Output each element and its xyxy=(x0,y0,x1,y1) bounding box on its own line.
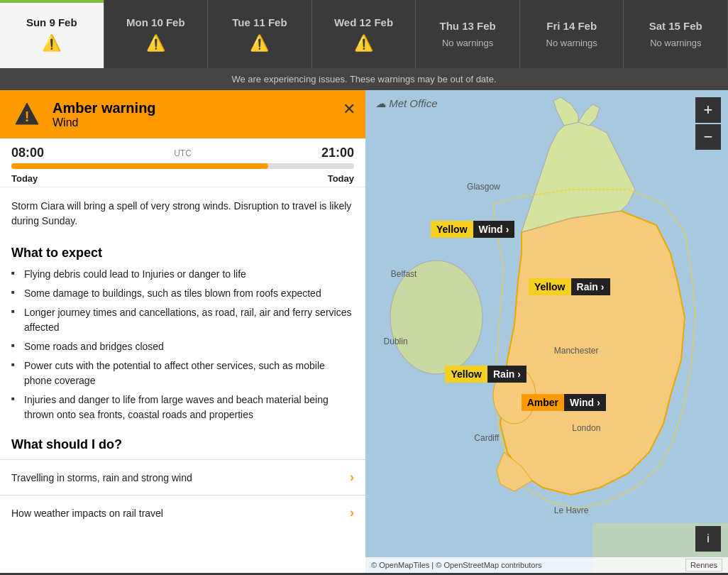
tab-mon10-warning-icon: ⚠️ xyxy=(146,34,165,53)
bullet-6: Injuries and danger to life from large w… xyxy=(11,390,354,425)
badge-yellow-label-2: Yellow xyxy=(529,278,571,295)
time-bar: 08:00 UTC 21:00 Today Today xyxy=(0,138,365,187)
tab-sat15[interactable]: Sat 15 Feb No warnings xyxy=(624,0,728,68)
badge-rain-type-2: Rain › xyxy=(487,366,526,383)
warning-type: Wind xyxy=(53,116,354,129)
main-content: ! Amber warning Wind ✕ 08:00 UTC 21:00 T… xyxy=(0,90,728,573)
bullet-1: Flying debris could lead to Injuries or … xyxy=(11,265,354,284)
badge-yellow-wind-scotland[interactable]: Yellow Wind › xyxy=(431,221,514,238)
info-button[interactable]: i xyxy=(695,526,721,552)
map-container: ☁ Met Office Glasgow Belfast Dublin Manc… xyxy=(365,90,728,573)
what-should-do-title: What should I do? xyxy=(0,432,365,459)
rennes-label: Rennes xyxy=(685,559,722,571)
tab-thu13[interactable]: Thu 13 Feb No warnings xyxy=(416,0,520,68)
badge-wind-type-2: Wind › xyxy=(564,394,606,411)
link-travelling[interactable]: Travelling in storms, rain and strong wi… xyxy=(0,459,365,495)
tab-sun9-label: Sun 9 Feb xyxy=(26,16,77,28)
tab-tue11[interactable]: Tue 11 Feb ⚠️ xyxy=(208,0,312,68)
link-rail[interactable]: How weather impacts on rail travel › xyxy=(0,495,365,530)
bullet-2: Some damage to buildings, such as tiles … xyxy=(11,284,354,303)
warning-description: Storm Ciara will bring a spell of very s… xyxy=(0,187,365,240)
tab-thu13-label: Thu 13 Feb xyxy=(440,20,496,32)
tab-mon10-label: Mon 10 Feb xyxy=(126,16,185,28)
bullet-5: Power cuts with the potential to affect … xyxy=(11,356,354,390)
link-rail-text: How weather impacts on rail travel xyxy=(11,508,163,519)
badge-yellow-rain-ne[interactable]: Yellow Rain › xyxy=(529,278,610,295)
svg-text:!: ! xyxy=(25,109,30,124)
badge-rain-type-1: Rain › xyxy=(571,278,610,295)
tab-thu13-no-warning: No warnings xyxy=(442,38,493,48)
badge-amber-label: Amber xyxy=(522,394,564,411)
time-progress-bar xyxy=(11,163,354,169)
tab-tue11-warning-icon: ⚠️ xyxy=(250,34,269,53)
time-start: 08:00 xyxy=(11,146,44,160)
warning-header: ! Amber warning Wind ✕ xyxy=(0,90,365,138)
left-panel: ! Amber warning Wind ✕ 08:00 UTC 21:00 T… xyxy=(0,90,365,573)
tab-fri14-no-warning: No warnings xyxy=(546,38,597,48)
tab-fri14-label: Fri 14 Feb xyxy=(546,20,597,32)
badge-yellow-rain-midlands[interactable]: Yellow Rain › xyxy=(445,366,526,383)
tab-wed12-warning-icon: ⚠️ xyxy=(354,34,373,53)
met-office-logo: ☁ Met Office xyxy=(375,97,438,110)
day-tabs-container: Sun 9 Feb ⚠️ Mon 10 Feb ⚠️ Tue 11 Feb ⚠️… xyxy=(0,0,728,68)
map-attribution: © OpenMapTiles | © OpenStreetMap contrib… xyxy=(365,557,728,573)
day-labels: Today Today xyxy=(11,173,354,184)
badge-yellow-label-3: Yellow xyxy=(445,366,487,383)
bullet-4: Some roads and bridges closed xyxy=(11,337,354,356)
day-start-label: Today xyxy=(11,173,38,184)
warning-level: Amber warning xyxy=(53,100,354,116)
tab-sun9[interactable]: Sun 9 Feb ⚠️ xyxy=(0,0,104,68)
close-button[interactable]: ✕ xyxy=(343,100,355,119)
bullet-list: Flying debris could lead to Injuries or … xyxy=(0,265,365,432)
tab-sun9-warning-icon: ⚠️ xyxy=(42,34,61,53)
time-utc-label: UTC xyxy=(44,148,321,158)
amber-warning-icon: ! xyxy=(11,99,43,130)
status-bar: We are experiencing issues. These warnin… xyxy=(0,68,728,90)
warning-title-block: Amber warning Wind xyxy=(53,100,354,129)
tab-fri14[interactable]: Fri 14 Feb No warnings xyxy=(520,0,624,68)
tab-wed12[interactable]: Wed 12 Feb ⚠️ xyxy=(312,0,417,68)
time-end: 21:00 xyxy=(321,146,354,160)
tab-sat15-label: Sat 15 Feb xyxy=(649,20,702,32)
day-end-label: Today xyxy=(328,173,354,184)
badge-yellow-label-1: Yellow xyxy=(431,221,473,238)
tab-sat15-no-warning: No warnings xyxy=(650,38,701,48)
svg-point-3 xyxy=(390,261,482,374)
tab-tue11-label: Tue 11 Feb xyxy=(232,16,287,28)
right-panel: ☁ Met Office Glasgow Belfast Dublin Manc… xyxy=(365,90,728,573)
tab-mon10[interactable]: Mon 10 Feb ⚠️ xyxy=(104,0,209,68)
time-progress-fill xyxy=(11,163,268,169)
zoom-out-button[interactable]: − xyxy=(695,124,721,150)
zoom-in-button[interactable]: + xyxy=(695,97,721,123)
link-travelling-text: Travelling in storms, rain and strong wi… xyxy=(11,472,192,483)
badge-amber-wind-england[interactable]: Amber Wind › xyxy=(522,394,606,411)
chevron-right-icon-2: › xyxy=(350,505,354,520)
tab-wed12-label: Wed 12 Feb xyxy=(334,16,393,28)
bullet-3: Longer journey times and cancellations, … xyxy=(11,303,354,337)
chevron-right-icon-1: › xyxy=(350,470,354,485)
attribution-text: © OpenMapTiles | © OpenStreetMap contrib… xyxy=(371,561,542,569)
map-controls: + − xyxy=(695,97,721,150)
badge-wind-type-1: Wind › xyxy=(473,221,515,238)
what-to-expect-title: What to expect xyxy=(0,240,365,265)
